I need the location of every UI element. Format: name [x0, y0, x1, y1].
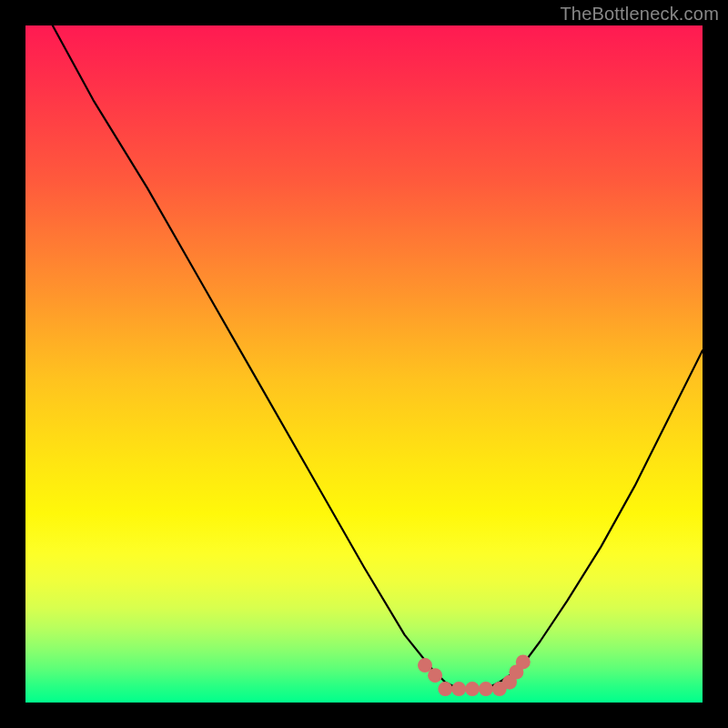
- plot-area: [25, 25, 703, 703]
- chart-overlay: [25, 25, 703, 703]
- highlight-dot: [451, 682, 466, 696]
- watermark-label: TheBottleneck.com: [560, 4, 719, 25]
- bottleneck-floor-highlight: [418, 654, 531, 696]
- highlight-dot: [516, 654, 531, 669]
- highlight-dot: [428, 668, 442, 682]
- highlight-dot: [465, 682, 480, 696]
- highlight-dot: [438, 682, 452, 696]
- bottleneck-curve: [53, 25, 703, 689]
- highlight-dot: [479, 682, 493, 696]
- chart-frame: TheBottleneck.com: [0, 0, 728, 728]
